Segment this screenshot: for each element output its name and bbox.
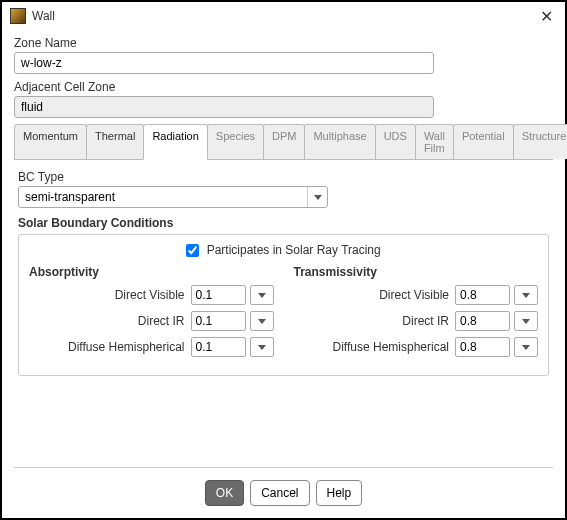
dropdown-button[interactable] bbox=[250, 337, 274, 357]
tab-bar: MomentumThermalRadiationSpeciesDPMMultip… bbox=[14, 124, 553, 160]
absorptivity-input[interactable] bbox=[191, 311, 246, 331]
chevron-down-icon bbox=[522, 319, 530, 324]
transmissivity-title: Transmissivity bbox=[294, 265, 539, 279]
wall-dialog: Wall ✕ Zone Name Adjacent Cell Zone Mome… bbox=[0, 0, 567, 520]
absorptivity-row: Diffuse Hemispherical bbox=[29, 337, 274, 357]
dropdown-button[interactable] bbox=[250, 311, 274, 331]
absorptivity-input[interactable] bbox=[191, 337, 246, 357]
chevron-down-icon bbox=[522, 293, 530, 298]
transmissivity-label: Direct IR bbox=[294, 314, 456, 328]
dropdown-button[interactable] bbox=[250, 285, 274, 305]
absorptivity-label: Direct IR bbox=[29, 314, 191, 328]
titlebar: Wall ✕ bbox=[2, 2, 565, 30]
bc-type-select[interactable] bbox=[18, 186, 328, 208]
absorptivity-column: Absorptivity Direct VisibleDirect IRDiff… bbox=[29, 265, 274, 363]
absorptivity-input[interactable] bbox=[191, 285, 246, 305]
transmissivity-label: Direct Visible bbox=[294, 288, 456, 302]
tab-multiphase: Multiphase bbox=[304, 124, 375, 159]
bc-type-label: BC Type bbox=[18, 170, 549, 184]
absorptivity-title: Absorptivity bbox=[29, 265, 274, 279]
tab-uds: UDS bbox=[375, 124, 416, 159]
tab-thermal[interactable]: Thermal bbox=[86, 124, 144, 159]
adjacent-zone-input[interactable] bbox=[14, 96, 434, 118]
radiation-tab-body: BC Type Solar Boundary Conditions Partic… bbox=[14, 160, 553, 380]
absorptivity-label: Diffuse Hemispherical bbox=[29, 340, 191, 354]
zone-name-label: Zone Name bbox=[14, 36, 553, 50]
tab-dpm: DPM bbox=[263, 124, 305, 159]
dropdown-button[interactable] bbox=[514, 311, 538, 331]
transmissivity-input[interactable] bbox=[455, 337, 510, 357]
transmissivity-row: Direct Visible bbox=[294, 285, 539, 305]
tab-momentum[interactable]: Momentum bbox=[14, 124, 87, 159]
app-icon bbox=[10, 8, 26, 24]
chevron-down-icon bbox=[258, 345, 266, 350]
tab-radiation[interactable]: Radiation bbox=[143, 124, 207, 160]
close-icon[interactable]: ✕ bbox=[536, 7, 557, 26]
adjacent-zone-label: Adjacent Cell Zone bbox=[14, 80, 553, 94]
tab-structure: Structure bbox=[513, 124, 567, 159]
help-button[interactable]: Help bbox=[316, 480, 363, 506]
solar-ray-tracing-label: Participates in Solar Ray Tracing bbox=[207, 243, 381, 257]
dropdown-button[interactable] bbox=[514, 285, 538, 305]
solar-section-title: Solar Boundary Conditions bbox=[18, 216, 549, 230]
cancel-button[interactable]: Cancel bbox=[250, 480, 309, 506]
chevron-down-icon bbox=[522, 345, 530, 350]
transmissivity-column: Transmissivity Direct VisibleDirect IRDi… bbox=[294, 265, 539, 363]
dialog-footer: OK Cancel Help bbox=[2, 468, 565, 518]
chevron-down-icon bbox=[258, 293, 266, 298]
transmissivity-row: Diffuse Hemispherical bbox=[294, 337, 539, 357]
dialog-content: Zone Name Adjacent Cell Zone MomentumThe… bbox=[2, 30, 565, 467]
tab-potential: Potential bbox=[453, 124, 514, 159]
zone-name-input[interactable] bbox=[14, 52, 434, 74]
dropdown-button[interactable] bbox=[514, 337, 538, 357]
window-title: Wall bbox=[32, 9, 536, 23]
ok-button[interactable]: OK bbox=[205, 480, 244, 506]
solar-ray-tracing-checkbox[interactable] bbox=[186, 244, 199, 257]
chevron-down-icon bbox=[258, 319, 266, 324]
solar-group: Participates in Solar Ray Tracing Absorp… bbox=[18, 234, 549, 376]
tab-species: Species bbox=[207, 124, 264, 159]
transmissivity-label: Diffuse Hemispherical bbox=[294, 340, 456, 354]
absorptivity-row: Direct IR bbox=[29, 311, 274, 331]
transmissivity-input[interactable] bbox=[455, 285, 510, 305]
absorptivity-label: Direct Visible bbox=[29, 288, 191, 302]
absorptivity-row: Direct Visible bbox=[29, 285, 274, 305]
tab-wall-film: Wall Film bbox=[415, 124, 454, 159]
transmissivity-row: Direct IR bbox=[294, 311, 539, 331]
transmissivity-input[interactable] bbox=[455, 311, 510, 331]
